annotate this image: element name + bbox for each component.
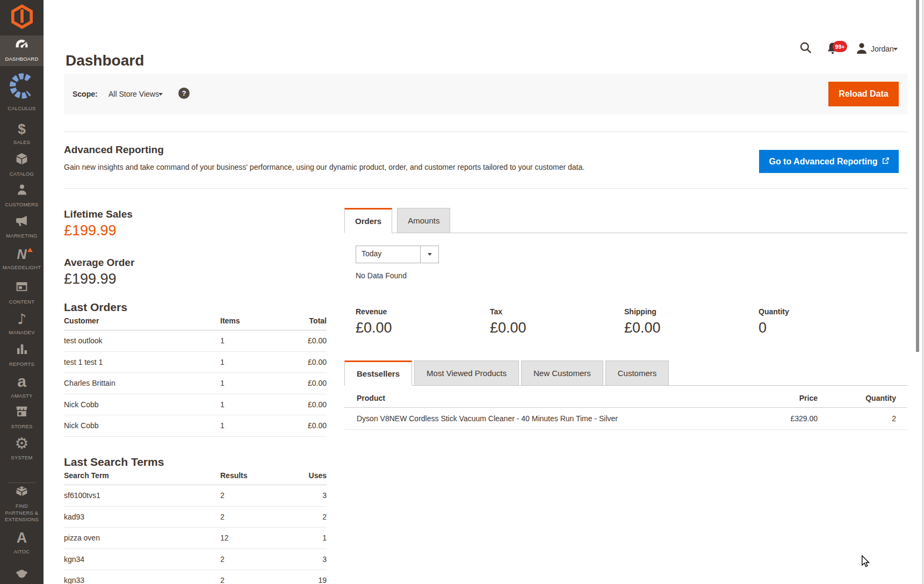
- last-search-terms-header: Search Term Results Uses: [64, 471, 327, 485]
- table-row[interactable]: kgn34 2 3: [64, 549, 327, 571]
- table-row[interactable]: test 1 test 1 1 £0.00: [64, 352, 327, 373]
- magento-logo[interactable]: [0, 0, 44, 35]
- cell-results: 2: [220, 555, 269, 564]
- table-row[interactable]: Nick Cobb 1 £0.00: [64, 394, 327, 416]
- last-search-terms-title: Last Search Terms: [64, 456, 164, 468]
- period-select-value: Today: [356, 246, 420, 263]
- metric-label: Tax: [490, 307, 526, 316]
- cell-total: £0.00: [269, 336, 327, 345]
- average-order-label: Average Order: [64, 257, 134, 269]
- tab-customers[interactable]: Customers: [605, 361, 669, 386]
- table-row[interactable]: Nick Cobb 1 £0.00: [64, 415, 327, 437]
- tab-new-customers[interactable]: New Customers: [521, 361, 603, 386]
- sidebar-item-catalog[interactable]: CATALOG: [0, 149, 44, 181]
- bestsellers-header: Product Price Quantity: [344, 394, 907, 408]
- cell-customer: test outlook: [64, 336, 220, 345]
- scope-label: Scope:: [73, 90, 98, 98]
- scrollbar-thumb[interactable]: [916, 0, 919, 352]
- page-title: Dashboard: [66, 52, 144, 69]
- cell-term: kad93: [64, 513, 220, 521]
- sidebar-item-system[interactable]: ⚙ SYSTEM: [0, 433, 44, 464]
- tab-orders[interactable]: Orders: [344, 208, 392, 233]
- table-row[interactable]: pizza oven 12 1: [64, 528, 327, 549]
- sidebar-item-label: MANADEV: [9, 329, 34, 336]
- sidebar-item-marketing[interactable]: MARKETING: [0, 211, 44, 242]
- note-icon: ♪: [17, 312, 26, 326]
- tab-amounts[interactable]: Amounts: [397, 208, 450, 233]
- cell-items: 1: [220, 421, 269, 430]
- sidebar-divider: [8, 482, 36, 483]
- sidebar-item-amasty[interactable]: a AMASTY: [0, 371, 44, 402]
- average-order-value: £199.99: [64, 271, 117, 287]
- col-customer: Customer: [64, 316, 220, 325]
- table-row[interactable]: kad93 2 2: [64, 507, 327, 528]
- sidebar-item-aitoc[interactable]: A AITOC: [0, 524, 44, 563]
- sidebar-item-reports[interactable]: REPORTS: [0, 340, 44, 371]
- sidebar-item-label: CUSTOMERS: [5, 201, 38, 208]
- table-row[interactable]: test outlook 1 £0.00: [64, 330, 327, 352]
- scrollbar-track: [922, 0, 923, 584]
- person-icon: [16, 183, 28, 198]
- sidebar-item-label: CALCULUS: [8, 105, 35, 112]
- sidebar-item-label: SALES: [13, 139, 31, 146]
- cell-items: 1: [220, 336, 269, 345]
- sidebar-item-label: SYSTEM: [11, 455, 32, 461]
- cell-total: £0.00: [269, 358, 327, 366]
- table-row[interactable]: Charles Brittain 1 £0.00: [64, 373, 327, 394]
- col-total: Total: [269, 316, 327, 325]
- gauge-icon: [15, 39, 28, 53]
- cell-items: 1: [220, 379, 269, 387]
- cell-total: £0.00: [269, 421, 327, 430]
- sidebar-item-mailchimp[interactable]: MAILCHIMP: [0, 564, 44, 584]
- col-quantity: Quantity: [818, 394, 896, 402]
- bar-chart-icon: [16, 343, 28, 358]
- metric-value: £0.00: [624, 320, 661, 336]
- last-search-terms-table: Search Term Results Uses sf6100tvs1 2 3 …: [64, 471, 327, 584]
- sidebar-item-label: STORES: [11, 423, 32, 430]
- sidebar-item-find-partners[interactable]: FIND PARTNERS & EXTENSIONS: [0, 485, 44, 523]
- table-row[interactable]: kgn33 2 19: [64, 570, 327, 584]
- lifetime-sales-label: Lifetime Sales: [64, 208, 133, 220]
- sidebar-item-dashboard[interactable]: DASHBOARD: [0, 35, 44, 66]
- store-view-switcher[interactable]: All Store Views: [109, 90, 159, 98]
- sidebar-item-customers[interactable]: CUSTOMERS: [0, 181, 44, 211]
- products-tabs: Bestsellers Most Viewed Products New Cus…: [344, 361, 907, 386]
- sidebar-item-stores[interactable]: STORES: [0, 402, 44, 433]
- cell-uses: 19: [269, 576, 327, 584]
- gear-icon: ⚙: [15, 436, 29, 451]
- table-row[interactable]: Dyson V8NEW Cordless Stick Vacuum Cleane…: [344, 408, 907, 430]
- col-product: Product: [357, 394, 737, 402]
- period-select[interactable]: Today: [356, 246, 439, 263]
- cell-uses: 1: [269, 533, 327, 542]
- last-orders-title: Last Orders: [64, 301, 127, 314]
- period-select-arrow[interactable]: [420, 246, 438, 263]
- tab-most-viewed-products[interactable]: Most Viewed Products: [414, 361, 519, 386]
- mailchimp-icon: [15, 567, 28, 582]
- cell-uses: 2: [269, 513, 327, 521]
- cell-uses: 3: [269, 491, 327, 500]
- tab-bestsellers[interactable]: Bestsellers: [344, 361, 412, 386]
- cell-results: 12: [220, 533, 269, 542]
- metric-value: £0.00: [356, 320, 392, 336]
- help-icon[interactable]: ?: [178, 88, 190, 99]
- advanced-reporting-title: Advanced Reporting: [64, 144, 164, 156]
- sidebar-item-calculus[interactable]: CALCULUS: [0, 66, 44, 118]
- table-row[interactable]: sf6100tvs1 2 3: [64, 485, 327, 507]
- magedelight-icon: N: [17, 248, 26, 261]
- sidebar-item-manadev[interactable]: ♪ MANADEV: [0, 308, 44, 340]
- cell-product: Dyson V8NEW Cordless Stick Vacuum Cleane…: [357, 414, 737, 423]
- last-orders-table: Customer Items Total test outlook 1 £0.0…: [64, 316, 327, 437]
- metric-revenue: Revenue £0.00: [356, 307, 392, 336]
- megaphone-icon: [15, 214, 28, 229]
- magento-admin-dashboard: DASHBOARD CALCULUS $ SALES CATALOG: [0, 0, 924, 584]
- metric-tax: Tax £0.00: [490, 307, 526, 336]
- cell-total: £0.00: [269, 379, 327, 387]
- sidebar-item-content[interactable]: CONTENT: [0, 277, 44, 308]
- sidebar-item-sales[interactable]: $ SALES: [0, 118, 44, 149]
- store-view-caret-icon: [158, 93, 163, 96]
- sidebar-item-magedelight[interactable]: N MAGEDELIGHT: [0, 242, 44, 277]
- sidebar-item-label: MARKETING: [6, 233, 37, 239]
- cell-customer: Charles Brittain: [64, 379, 220, 387]
- metric-value: £0.00: [490, 320, 526, 336]
- metric-label: Revenue: [356, 307, 392, 316]
